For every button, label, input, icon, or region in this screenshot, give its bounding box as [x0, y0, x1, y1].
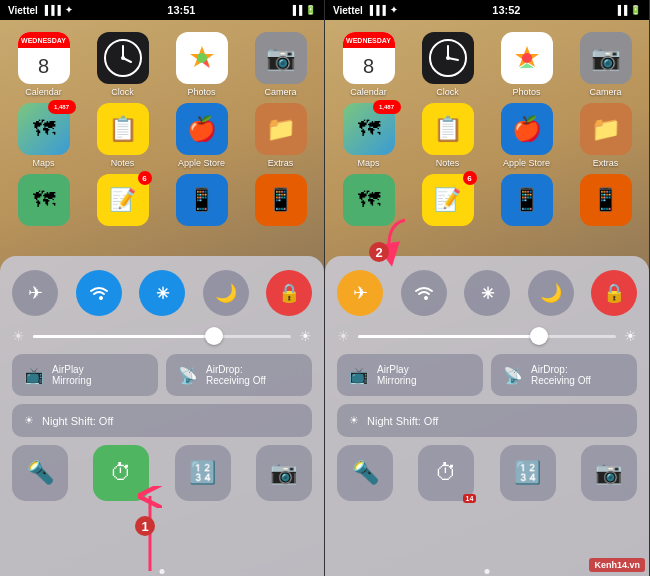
airplay-tile-right[interactable]: 📺 AirPlay Mirroring: [337, 354, 483, 396]
brightness-max-icon: ☀: [299, 328, 312, 344]
photos-label: Photos: [187, 87, 215, 97]
clock-bottom-icon-r: ⏱: [435, 460, 457, 486]
app-notes-left[interactable]: 📋 Notes: [87, 103, 158, 168]
clock-btn-left[interactable]: ⏱: [93, 445, 149, 501]
app-r3-4-right[interactable]: 📱: [570, 174, 641, 226]
cc-bottom-right: 🔦 ⏱ 14 🔢 📷: [337, 445, 637, 501]
app-notes-right[interactable]: 📋 Notes: [412, 103, 483, 168]
airdrop-label: AirDrop: Receiving Off: [206, 364, 266, 386]
brightness-min-icon: ☀: [12, 328, 25, 344]
nightshift-left[interactable]: ☀ Night Shift: Off: [12, 404, 312, 437]
bluetooth-btn-right[interactable]: ✳: [464, 270, 510, 316]
camera-label: Camera: [264, 87, 296, 97]
r3-4-glyph-r: 📱: [592, 187, 619, 213]
rotation-btn-left[interactable]: 🔒: [266, 270, 312, 316]
page-dot-right: [485, 569, 490, 574]
flashlight-btn-right[interactable]: 🔦: [337, 445, 393, 501]
photos-icon-r: [501, 32, 553, 84]
airplane-btn-right[interactable]: ✈: [337, 270, 383, 316]
r3-2-badge: 6: [138, 171, 152, 185]
watermark-right: Kenh14.vn: [589, 558, 645, 572]
brightness-slider-left[interactable]: [33, 335, 291, 338]
app-camera-right[interactable]: 📷 Camera: [570, 32, 641, 97]
applestore-icon-r: 🍎: [501, 103, 553, 155]
calculator-btn-right[interactable]: 🔢: [500, 445, 556, 501]
wifi-btn-left[interactable]: [76, 270, 122, 316]
camera-bottom-btn-right[interactable]: 📷: [581, 445, 637, 501]
r3-3-glyph-r: 📱: [513, 187, 540, 213]
bluetooth-icon-r: ✳: [481, 284, 494, 303]
extras-label: Extras: [268, 158, 294, 168]
r3-4-icon-r: 📱: [580, 174, 632, 226]
time-left: 13:51: [167, 4, 195, 16]
app-camera-left[interactable]: 📷 Camera: [245, 32, 316, 97]
clock-label-r: Clock: [436, 87, 459, 97]
camera-icon-r: 📷: [580, 32, 632, 84]
photos-svg-r: [507, 38, 547, 78]
svg-point-3: [121, 56, 125, 60]
brightness-fill: [33, 335, 214, 338]
camera-bottom-btn-left[interactable]: 📷: [256, 445, 312, 501]
app-clock-left[interactable]: Clock: [87, 32, 158, 97]
step-1-badge: 1: [135, 516, 155, 536]
app-applestore-left[interactable]: 🍎 Apple Store: [166, 103, 237, 168]
rotation-btn-right[interactable]: 🔒: [591, 270, 637, 316]
calculator-btn-left[interactable]: 🔢: [175, 445, 231, 501]
airplane-icon-r: ✈: [353, 282, 368, 304]
notes-glyph-r: 📋: [433, 115, 463, 143]
wifi-btn-right[interactable]: [401, 270, 447, 316]
clock-btn-right[interactable]: ⏱ 14: [418, 445, 474, 501]
app-grid-row3-left: 🗺 📝 6 📱 📱: [0, 174, 324, 239]
nightshift-icon-r: ☀: [349, 414, 359, 427]
r3-2-icon-r: 📝 6: [422, 174, 474, 226]
r3-1-glyph-r: 🗺: [358, 187, 380, 213]
moon-icon-r: 🌙: [540, 282, 562, 304]
status-bar-left: Viettel ▐▐▐ ✦ 13:51 ▐▐ 🔋: [0, 0, 324, 20]
app-r3-2-right[interactable]: 📝 6: [412, 174, 483, 226]
clock-face-svg: [103, 38, 143, 78]
app-r3-2-left[interactable]: 📝 6: [87, 174, 158, 229]
app-r3-1-left[interactable]: 🗺: [8, 174, 79, 229]
airplane-btn-left[interactable]: ✈: [12, 270, 58, 316]
airdrop-tile-left[interactable]: 📡 AirDrop: Receiving Off: [166, 354, 312, 396]
airdrop-tile-right[interactable]: 📡 AirDrop: Receiving Off: [491, 354, 637, 396]
app-photos-right[interactable]: Photos: [491, 32, 562, 97]
app-clock-right[interactable]: Clock: [412, 32, 483, 97]
app-calendar-left[interactable]: WEDNESDAY 8 Calendar: [8, 32, 79, 97]
nightshift-right[interactable]: ☀ Night Shift: Off: [337, 404, 637, 437]
dnd-btn-left[interactable]: 🌙: [203, 270, 249, 316]
status-left-r: Viettel ▐▐▐ ✦: [333, 5, 398, 16]
bluetooth-btn-left[interactable]: ✳: [139, 270, 185, 316]
clock-badge: 14: [463, 494, 477, 503]
app-calendar-right[interactable]: WEDNESDAY 8 Calendar: [333, 32, 404, 97]
flashlight-btn-left[interactable]: 🔦: [12, 445, 68, 501]
app-r3-4-left[interactable]: 📱: [245, 174, 316, 229]
brightness-max-icon-r: ☀: [624, 328, 637, 344]
step-2-badge: 2: [369, 242, 389, 262]
r3-1-icon: 🗺: [18, 174, 70, 226]
brightness-slider-right[interactable]: [358, 335, 616, 338]
camera-bottom-icon-r: 📷: [595, 460, 622, 486]
app-photos-left[interactable]: Photos: [166, 32, 237, 97]
app-r3-1-right[interactable]: 🗺: [333, 174, 404, 226]
airplay-tile-left[interactable]: 📺 AirPlay Mirroring: [12, 354, 158, 396]
app-extras-right[interactable]: 📁 Extras: [570, 103, 641, 168]
app-maps-right[interactable]: 🗺 1,487 Maps: [333, 103, 404, 168]
app-r3-3-left[interactable]: 📱: [166, 174, 237, 229]
app-applestore-right[interactable]: 🍎 Apple Store: [491, 103, 562, 168]
home-screen-left: WEDNESDAY 8 Calendar Clock: [0, 20, 324, 576]
signal-icon: ▐▐▐: [42, 5, 61, 15]
brightness-row-left: ☀ ☀: [12, 328, 312, 344]
applestore-label-r: Apple Store: [503, 158, 550, 168]
camera-label-r: Camera: [589, 87, 621, 97]
notes-icon: 📋: [97, 103, 149, 155]
app-maps-left[interactable]: 🗺 1,487 Maps: [8, 103, 79, 168]
app-extras-left[interactable]: 📁 Extras: [245, 103, 316, 168]
home-screen-right: WEDNESDAY 8 Calendar Clock: [325, 20, 649, 576]
app-r3-3-right[interactable]: 📱: [491, 174, 562, 226]
calendar-icon-r: WEDNESDAY 8: [343, 32, 395, 84]
extras-glyph-r: 📁: [591, 115, 621, 143]
dnd-btn-right[interactable]: 🌙: [528, 270, 574, 316]
airplay-icon-r: 📺: [349, 366, 369, 385]
right-panel: Viettel ▐▐▐ ✦ 13:52 ▐▐ 🔋 WEDNESDAY 8 Cal…: [325, 0, 650, 576]
